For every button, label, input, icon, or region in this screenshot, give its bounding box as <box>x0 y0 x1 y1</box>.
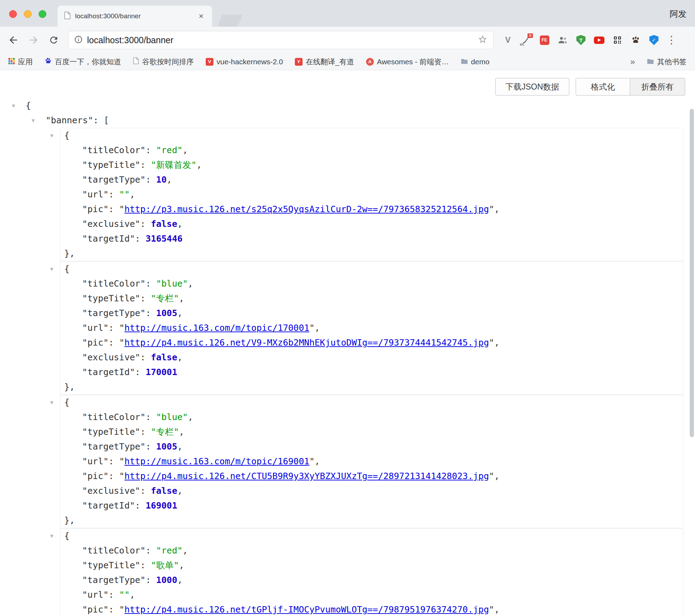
bookmark-vue-hackernews[interactable]: V vue-hackernews-2.0 <box>206 58 283 66</box>
shield-t-extension-icon[interactable]: T <box>576 35 586 45</box>
collapse-toggle-icon[interactable] <box>50 262 58 276</box>
comma <box>197 160 202 170</box>
chrome-menu-icon[interactable]: ⋮ <box>666 35 677 45</box>
profile-name[interactable]: 阿发 <box>670 8 687 20</box>
comma <box>177 352 183 362</box>
collapse-toggle-icon[interactable] <box>12 98 20 113</box>
json-number-value: 170001 <box>146 367 177 377</box>
json-array-item: titleColorred typeTitle新碟首发 targetType10… <box>60 128 683 261</box>
minimize-window-button[interactable] <box>24 10 32 18</box>
json-banners-line: banners <box>0 113 695 128</box>
youtube-extension-icon[interactable] <box>594 35 604 45</box>
bookmark-label: Awesomes - 前端资… <box>377 57 449 67</box>
json-link-value[interactable]: http://p3.music.126.net/s25q2x5QyqsAzilC… <box>124 204 489 214</box>
scrollbar-thumb[interactable] <box>690 109 694 437</box>
json-line: pichttp://p4.music.126.net/tGPljf-IMOCyP… <box>60 602 683 616</box>
open-bracket <box>104 115 109 125</box>
collapse-toggle-icon[interactable] <box>50 128 58 143</box>
comma <box>130 189 135 199</box>
close-brace <box>64 382 75 392</box>
translate-extension-icon[interactable]: en 英 <box>521 35 531 45</box>
fe-extension-icon[interactable]: FE <box>539 35 550 45</box>
tab-title: localhost:3000/banner <box>75 12 197 20</box>
collapse-toggle-icon[interactable] <box>50 395 58 410</box>
back-button[interactable] <box>8 34 19 46</box>
json-number-value: 1005 <box>156 441 177 452</box>
paw-extension-icon[interactable] <box>630 35 641 45</box>
close-window-button[interactable] <box>9 10 17 18</box>
bookmark-demo-folder[interactable]: demo <box>461 58 490 66</box>
vue-v-icon: V <box>206 58 213 66</box>
refresh-button[interactable] <box>48 35 59 45</box>
bookmark-youdao[interactable]: Y 在线翻译_有道 <box>295 57 354 67</box>
open-brace <box>64 130 70 140</box>
json-array-item: titleColorred typeTitle歌单 targetType1000… <box>60 528 683 616</box>
comma <box>494 604 499 615</box>
json-line <box>60 513 683 528</box>
json-key: targetType <box>82 308 156 318</box>
json-line <box>60 246 683 261</box>
vimium-letter: V <box>505 35 510 45</box>
json-line <box>60 380 683 394</box>
browser-tab[interactable]: localhost:3000/banner × <box>58 6 212 27</box>
bookmarks-overflow-icon[interactable]: » <box>630 57 635 67</box>
json-line: typeTitle新碟首发 <box>60 158 683 172</box>
forward-button[interactable] <box>28 34 39 46</box>
tab-close-icon[interactable]: × <box>197 11 206 21</box>
json-key: url <box>82 323 119 333</box>
collapse-all-button[interactable]: 折叠所有 <box>630 78 685 96</box>
json-key: targetId <box>82 367 146 377</box>
json-line: exclusivefalse <box>60 350 683 365</box>
comma <box>179 560 184 570</box>
bookmark-label: 在线翻译_有道 <box>306 57 354 67</box>
bookmark-google-sort[interactable]: 谷歌按时间排序 <box>133 57 194 67</box>
json-link-value[interactable]: http://p4.music.126.net/CTU5B9R9y3XyYBZX… <box>124 471 489 481</box>
page-info-icon[interactable] <box>74 35 83 45</box>
bookmark-apps[interactable]: 应用 <box>8 57 33 67</box>
other-bookmarks-label: 其他书签 <box>657 57 687 67</box>
json-tree: banners titleColorred typeTitle新碟首发 targ… <box>0 70 695 616</box>
json-link-value[interactable]: http://music.163.com/m/topic/169001 <box>124 456 309 466</box>
bookmark-awesomes[interactable]: A Awesomes - 前端资… <box>366 57 449 67</box>
awesomes-a-icon: A <box>366 58 374 66</box>
translate-ying-badge: 英 <box>528 33 533 38</box>
json-array-item: titleColorblue typeTitle专栏 targetType100… <box>60 395 683 528</box>
json-line: url <box>60 588 683 602</box>
new-tab-button[interactable] <box>217 15 243 27</box>
collapse-toggle-icon[interactable] <box>50 529 58 543</box>
qr-code-extension-icon[interactable] <box>612 35 623 45</box>
address-bar[interactable]: localhost:3000/banner <box>68 31 494 49</box>
url-text[interactable]: localhost:3000/banner <box>87 35 474 45</box>
json-line: targetId169001 <box>60 498 683 513</box>
format-button[interactable]: 格式化 <box>576 78 630 96</box>
window-titlebar: localhost:3000/banner × 阿发 <box>0 0 695 27</box>
comma <box>188 278 193 289</box>
youdao-y-icon: Y <box>295 58 303 66</box>
quote <box>309 323 315 333</box>
apps-grid-icon <box>8 58 15 66</box>
json-string-value: 歌单 <box>151 560 179 570</box>
quote <box>489 204 494 214</box>
bookmarks-bar: 应用 百度一下，你就知道 谷歌按时间排序 V vue-hackernews-2.… <box>0 53 695 70</box>
json-actions: 下载JSON数据 格式化 折叠所有 <box>495 78 685 96</box>
json-line: pichttp://p3.music.126.net/s25q2x5QyqsAz… <box>60 202 683 217</box>
json-link-value[interactable]: http://p4.music.126.net/tGPljf-IMOCyPvum… <box>124 604 489 615</box>
collapse-toggle-icon[interactable] <box>32 113 39 128</box>
json-key: titleColor <box>82 278 156 289</box>
close-brace <box>64 248 75 258</box>
comma <box>188 412 193 422</box>
bookmark-star-icon[interactable] <box>478 34 488 46</box>
bookmark-label: demo <box>471 58 490 66</box>
other-bookmarks[interactable]: 其他书签 <box>647 57 687 67</box>
download-json-button[interactable]: 下载JSON数据 <box>495 78 569 96</box>
scrollbar[interactable] <box>690 70 694 616</box>
json-link-value[interactable]: http://p4.music.126.net/V9-MXz6b2MNhEKju… <box>124 338 489 348</box>
shield-check-extension-icon[interactable]: ✓ <box>649 35 659 45</box>
zoom-window-button[interactable] <box>39 10 46 18</box>
accounts-extension-icon[interactable] <box>557 35 568 45</box>
json-line: targetType1005 <box>60 439 683 454</box>
json-line: typeTitle专栏 <box>60 425 683 439</box>
vimium-extension-icon[interactable]: V <box>503 35 513 45</box>
bookmark-baidu[interactable]: 百度一下，你就知道 <box>45 57 121 67</box>
json-link-value[interactable]: http://music.163.com/m/topic/170001 <box>124 323 309 333</box>
